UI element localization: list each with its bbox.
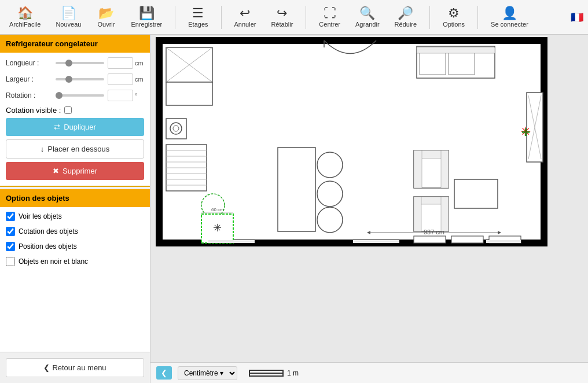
toolbar-etages[interactable]: ☰ Etages [183,5,212,30]
toolbar-enregistrer[interactable]: 💾 Enregistrer [126,5,167,30]
back-button[interactable]: ❮ Retour au menu [6,358,144,377]
svg-rect-23 [278,148,315,231]
back-btn-container: ❮ Retour au menu [0,352,150,383]
properties-body: Longueur : 60 cm Largeur : 65 cm Rotatio… [0,53,150,187]
svg-point-24 [317,152,343,178]
svg-rect-40 [414,197,421,231]
noir-blanc-checkbox[interactable] [6,257,15,266]
toolbar-ouvrir[interactable]: 📂 Ouvrir [91,5,120,30]
back-icon: ❮ [43,363,50,372]
toolbar-nouveau[interactable]: 📄 Nouveau [51,5,86,30]
toolbar-separator-3 [306,6,306,29]
toolbar-archifacile-label: ArchiFacile [9,21,41,28]
cotation-visible-row: Cotation visible : [6,106,144,115]
floor-plan-svg[interactable]: ✳ 60 cm [150,35,550,249]
svg-rect-44 [451,236,483,243]
largeur-slider[interactable] [56,78,104,80]
save-icon: 💾 [139,7,155,20]
toolbar-nouveau-label: Nouveau [56,21,81,28]
bottom-bar: ❮ Centimètre ▾ Mètre Pouce 1 m [150,362,588,383]
object-title: Refrigerateur congelateur [6,39,98,48]
placer-label: Placer en dessous [47,145,109,153]
floor-plan-container[interactable]: ✳ 60 cm [150,35,588,362]
longueur-input[interactable]: 60 [108,57,133,69]
main-layout: Refrigerateur congelateur Longueur : 60 … [0,35,588,383]
gear-icon: ⚙ [448,7,460,20]
toolbar-reduire[interactable]: 🔎 Réduire [390,5,422,30]
toolbar-options[interactable]: ⚙ Options [438,5,469,30]
toolbar-centrer-label: Centrer [319,21,340,28]
supprimer-button[interactable]: ✖ Supprimer [6,162,144,180]
scale-line [249,370,284,377]
dupliquer-button[interactable]: ⇄ Dupliquer [6,118,144,136]
svg-point-25 [317,181,343,207]
svg-text:937 cm: 937 cm [424,229,444,235]
toolbar-agrandir[interactable]: 🔍 Agrandir [351,5,384,30]
largeur-input[interactable]: 65 [108,73,133,85]
rotation-slider[interactable] [56,94,104,97]
supprimer-icon: ✖ [53,167,59,175]
toolbar-archifacile[interactable]: 🏠 ArchiFacile [5,5,45,30]
toolbar-connecter-label: Se connecter [491,21,528,28]
cotation-visible-checkbox[interactable] [64,106,72,114]
cotation-objets-checkbox[interactable] [6,227,15,236]
toolbar-reduire-label: Réduire [395,21,417,28]
toolbar-connecter[interactable]: 👤 Se connecter [486,5,533,30]
svg-rect-7 [166,119,186,139]
placer-icon: ↓ [41,145,45,153]
voir-objets-checkbox[interactable] [6,212,15,221]
new-file-icon: 📄 [61,7,76,20]
voir-objets-label: Voir les objets [19,212,62,220]
option-voir-objets: Voir les objets [6,212,144,221]
center-icon: ⛶ [324,7,336,20]
placer-button[interactable]: ↓ Placer en dessous [6,139,144,159]
user-icon: 👤 [502,7,517,20]
toolbar-ouvrir-label: Ouvrir [97,21,115,28]
longueur-slider[interactable] [56,62,104,64]
supprimer-label: Supprimer [63,167,97,175]
canvas-area: ✳ 60 cm [150,35,588,383]
toolbar-annuler[interactable]: ↩ Annuler [230,5,261,30]
toolbar-separator-4 [429,6,430,29]
svg-rect-43 [414,236,446,243]
toolbar-centrer[interactable]: ⛶ Centrer [314,5,345,30]
scale-label: 1 m [287,369,299,377]
toolbar-retablir-label: Rétablir [271,21,293,28]
svg-text:✚: ✚ [521,127,530,138]
home-icon: 🏠 [17,7,33,20]
collapse-panel-button[interactable]: ❮ [156,366,172,380]
toolbar: 🏠 ArchiFacile 📄 Nouveau 📂 Ouvrir 💾 Enreg… [0,0,588,35]
language-flag[interactable]: 🇫🇷 [571,12,583,23]
svg-rect-37 [441,150,449,188]
floors-icon: ☰ [192,7,204,20]
redo-icon: ↪ [277,7,287,20]
largeur-label: Largeur : [6,75,52,83]
scale-bar: 1 m [249,369,299,377]
position-objets-label: Position des objets [19,242,77,251]
toolbar-agrandir-label: Agrandir [355,21,380,28]
rotation-row: Rotation : 0 ° [6,90,144,101]
rotation-input[interactable]: 0 [108,90,133,101]
svg-point-26 [317,207,343,233]
rotation-unit: ° [135,92,144,99]
position-objets-checkbox[interactable] [6,242,15,251]
toolbar-separator-5 [477,6,478,29]
back-label: Retour au menu [52,363,106,372]
undo-icon: ↩ [240,7,250,20]
toolbar-enregistrer-label: Enregistrer [131,21,162,28]
svg-rect-52 [208,240,255,243]
rotation-label: Rotation : [6,91,52,100]
largeur-slider-thumb [65,76,72,83]
svg-rect-42 [454,179,498,208]
toolbar-retablir[interactable]: ↪ Rétablir [266,5,297,30]
largeur-unit: cm [135,76,144,83]
toolbar-etages-label: Etages [188,21,208,28]
properties-section-header: Refrigerateur congelateur [0,35,150,53]
unit-select[interactable]: Centimètre ▾ Mètre Pouce [178,366,237,380]
longueur-unit: cm [135,60,144,67]
svg-rect-41 [441,197,449,231]
option-cotation-objets: Cotation des objets [6,227,144,236]
longueur-label: Longueur : [6,59,52,67]
scale-bottom [249,374,284,377]
svg-text:✳: ✳ [213,222,222,234]
